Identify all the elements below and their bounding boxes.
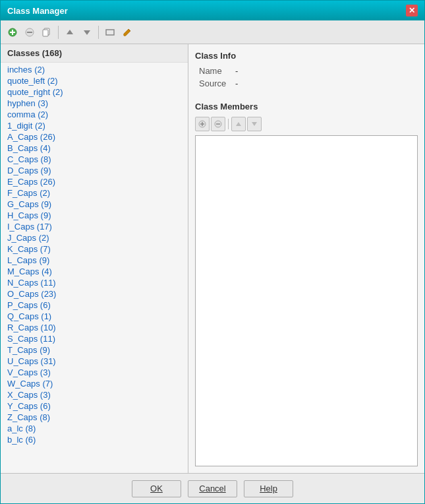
list-item[interactable]: P_Caps (6) (1, 299, 188, 311)
list-item[interactable]: quote_left (2) (1, 75, 188, 86)
name-value: - (235, 66, 238, 76)
content-area: Classes (168) inches (2)quote_left (2)qu… (1, 44, 424, 473)
list-item[interactable]: M_Caps (4) (1, 266, 188, 277)
list-item[interactable]: N_Caps (11) (1, 277, 188, 288)
list-item[interactable]: L_Caps (9) (1, 255, 188, 266)
copy-button[interactable] (39, 24, 55, 40)
members-list (195, 135, 418, 466)
class-list[interactable]: inches (2)quote_left (2)quote_right (2)h… (1, 63, 188, 473)
main-toolbar (1, 20, 424, 44)
bottom-bar: OK Cancel Help (1, 473, 424, 503)
class-manager-window: Class Manager ✕ (0, 0, 425, 504)
list-item[interactable]: I_Caps (17) (1, 221, 188, 232)
list-item[interactable]: inches (2) (1, 64, 188, 75)
list-item[interactable]: E_Caps (26) (1, 176, 188, 187)
class-members-section: Class Members (195, 102, 418, 466)
svg-rect-6 (43, 30, 48, 36)
list-item[interactable]: H_Caps (9) (1, 210, 188, 221)
source-row: Source - (195, 79, 418, 88)
list-item[interactable]: U_Caps (31) (1, 356, 188, 367)
list-item[interactable]: b_lc (6) (1, 434, 188, 445)
left-panel: Classes (168) inches (2)quote_left (2)qu… (1, 44, 188, 473)
help-label: Help (260, 484, 277, 493)
list-item[interactable]: K_Caps (7) (1, 243, 188, 255)
list-item[interactable]: V_Caps (3) (1, 367, 188, 378)
ok-label: OK (150, 484, 163, 493)
list-item[interactable]: comma (2) (1, 109, 188, 120)
svg-rect-9 (106, 30, 114, 35)
rect-button[interactable] (102, 24, 118, 40)
member-up-button[interactable] (231, 117, 246, 131)
list-item[interactable]: D_Caps (9) (1, 165, 188, 176)
right-panel: Class Info Name - Source - Class Members (188, 44, 424, 473)
close-button[interactable]: ✕ (406, 5, 418, 16)
title-bar: Class Manager ✕ (1, 1, 424, 20)
list-item[interactable]: X_Caps (3) (1, 389, 188, 400)
cancel-button[interactable]: Cancel (188, 480, 237, 497)
list-item[interactable]: T_Caps (9) (1, 344, 188, 356)
svg-marker-17 (252, 122, 257, 126)
list-item[interactable]: G_Caps (9) (1, 199, 188, 210)
list-item[interactable]: hyphen (3) (1, 98, 188, 109)
classes-header: Classes (168) (1, 44, 188, 63)
class-members-title: Class Members (195, 102, 418, 111)
window-title: Class Manager (7, 6, 68, 16)
ok-button[interactable]: OK (132, 480, 181, 497)
brush-button[interactable] (119, 24, 135, 40)
move-down-button[interactable] (79, 24, 95, 40)
add-member-button[interactable] (195, 117, 210, 131)
remove-member-button[interactable] (211, 117, 225, 131)
list-item[interactable]: J_Caps (2) (1, 232, 188, 243)
list-item[interactable]: Y_Caps (6) (1, 400, 188, 412)
svg-marker-7 (67, 30, 73, 34)
svg-marker-8 (84, 30, 90, 35)
list-item[interactable]: Q_Caps (1) (1, 311, 188, 322)
remove-class-button[interactable] (22, 24, 38, 40)
svg-marker-16 (236, 122, 241, 126)
name-row: Name - (195, 66, 418, 76)
list-item[interactable]: S_Caps (11) (1, 333, 188, 344)
members-toolbar (195, 117, 418, 131)
list-item[interactable]: F_Caps (2) (1, 187, 188, 199)
source-value: - (235, 79, 238, 88)
class-info-section: Class Info Name - Source - (195, 51, 418, 91)
move-up-button[interactable] (62, 24, 78, 40)
list-item[interactable]: a_lc (8) (1, 423, 188, 434)
list-item[interactable]: Z_Caps (8) (1, 412, 188, 423)
help-button[interactable]: Help (244, 480, 293, 497)
members-sep (228, 119, 229, 129)
toolbar-sep-2 (98, 26, 99, 39)
source-label: Source (199, 79, 235, 88)
add-class-button[interactable] (5, 24, 20, 40)
list-item[interactable]: B_Caps (4) (1, 142, 188, 154)
class-list-container: inches (2)quote_left (2)quote_right (2)h… (1, 63, 188, 473)
list-item[interactable]: quote_right (2) (1, 86, 188, 98)
toolbar-sep-1 (58, 26, 59, 39)
list-item[interactable]: A_Caps (26) (1, 131, 188, 142)
name-label: Name (199, 66, 235, 76)
list-item[interactable]: 1_digit (2) (1, 120, 188, 131)
list-item[interactable]: O_Caps (23) (1, 288, 188, 299)
list-item[interactable]: W_Caps (7) (1, 378, 188, 389)
class-info-title: Class Info (195, 51, 418, 61)
list-item[interactable]: C_Caps (8) (1, 154, 188, 165)
cancel-label: Cancel (199, 484, 225, 493)
list-item[interactable]: R_Caps (10) (1, 322, 188, 333)
member-down-button[interactable] (247, 117, 262, 131)
